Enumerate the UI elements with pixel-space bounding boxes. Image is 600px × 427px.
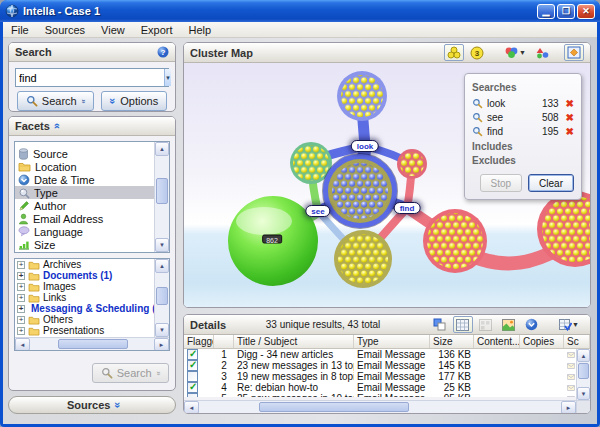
flag-checkbox[interactable]: [187, 360, 198, 371]
facet-tree-vscrollbar[interactable]: ▲ ▼: [154, 259, 169, 337]
facet-item-date-time[interactable]: Date & Time: [15, 173, 154, 186]
duplicates-icon[interactable]: [430, 316, 450, 333]
image-view-icon[interactable]: [499, 316, 519, 333]
tree-item-images[interactable]: +Images: [15, 281, 154, 292]
expander-icon[interactable]: +: [17, 272, 25, 280]
cluster-see-find-bottom[interactable]: [334, 230, 392, 288]
overview-toggle-icon[interactable]: [564, 44, 584, 61]
pill-find[interactable]: find: [394, 202, 421, 214]
remove-search-icon[interactable]: ✖: [566, 126, 574, 137]
tree-item-messaging[interactable]: +Messaging & Scheduling (4: [15, 303, 154, 314]
flag-checkbox[interactable]: [187, 382, 198, 393]
pill-see[interactable]: see: [305, 205, 330, 217]
shapes-icon[interactable]: [532, 44, 552, 61]
sources-bar[interactable]: Sources »: [8, 396, 176, 414]
expander-icon[interactable]: +: [17, 283, 25, 291]
combo-dropdown-button[interactable]: ▼: [164, 69, 171, 86]
close-button[interactable]: ✕: [577, 4, 595, 19]
collapse-icon[interactable]: [522, 316, 542, 333]
column-content[interactable]: Content... ▲: [474, 335, 520, 348]
resize-grip[interactable]: [576, 400, 590, 413]
search-button[interactable]: Search »: [17, 91, 94, 111]
tree-item-others[interactable]: +Others: [15, 314, 154, 325]
color-balls-menu-icon[interactable]: ▼: [501, 44, 529, 61]
search-input[interactable]: [16, 69, 164, 86]
facet-item-source[interactable]: Source: [15, 147, 154, 160]
expander-icon[interactable]: +: [17, 261, 25, 269]
title-bar[interactable]: Intella - Case 1 ▁ ❐ ✕: [0, 0, 600, 22]
column-copies[interactable]: Copies: [520, 335, 564, 348]
table-row[interactable]: 1 Digg - 34 new articles Email Message 1…: [184, 349, 576, 360]
scroll-left-arrow[interactable]: ◄: [15, 338, 30, 351]
facet-search-button[interactable]: Search »: [92, 363, 169, 383]
tree-item-archives[interactable]: +Archives: [15, 259, 154, 270]
scroll-right-arrow[interactable]: ►: [561, 401, 576, 414]
maximize-button[interactable]: ❐: [557, 4, 575, 19]
cluster-find-right[interactable]: [423, 209, 487, 273]
table-row[interactable]: 2 23 new messages in 13 top... Email Mes…: [184, 360, 576, 371]
scroll-up-arrow[interactable]: ▲: [577, 349, 590, 362]
minimize-button[interactable]: ▁: [537, 4, 555, 19]
facet-item-email-address[interactable]: Email Address: [15, 212, 154, 225]
numbered-ball-icon[interactable]: 3: [467, 44, 487, 61]
cluster-map-canvas[interactable]: look see find 862 Searches look 133 ✖ se…: [184, 63, 590, 308]
facet-item-type[interactable]: Type: [15, 186, 154, 199]
facet-item-location[interactable]: Location: [15, 160, 154, 173]
thumbnail-view-icon[interactable]: [476, 316, 496, 333]
facet-item-author[interactable]: Author: [15, 199, 154, 212]
scroll-down-arrow[interactable]: ▼: [577, 387, 590, 400]
facet-item-partial[interactable]: ▔▔▔ ▔▔: [15, 142, 154, 147]
expander-icon[interactable]: +: [17, 316, 25, 324]
remove-search-icon[interactable]: ✖: [566, 98, 574, 109]
cluster-balls-icon[interactable]: [444, 44, 464, 61]
collapse-chevron-icon[interactable]: »: [50, 123, 62, 129]
legend-row-find[interactable]: find 195 ✖: [472, 124, 574, 138]
cluster-look-find[interactable]: [397, 149, 427, 179]
table-row[interactable]: 4 Re: debian how-to Email Message 25 KB: [184, 382, 576, 393]
scroll-left-arrow[interactable]: ◄: [184, 401, 199, 414]
flag-checkbox[interactable]: [187, 393, 198, 397]
facet-list-scrollbar[interactable]: ▲ ▼: [154, 142, 169, 252]
facet-item-language[interactable]: Language: [15, 225, 154, 238]
menu-help[interactable]: Help: [181, 22, 220, 37]
stop-button[interactable]: Stop: [480, 174, 523, 192]
table-vscrollbar[interactable]: ▲ ▼: [576, 349, 590, 400]
tree-item-documents[interactable]: +Documents (1): [15, 270, 154, 281]
table-view-icon[interactable]: [453, 316, 473, 333]
scroll-up-arrow[interactable]: ▲: [155, 259, 169, 273]
cluster-look-only[interactable]: [337, 71, 387, 121]
expander-icon[interactable]: +: [17, 327, 25, 335]
flag-checkbox[interactable]: [187, 349, 198, 360]
scroll-down-arrow[interactable]: ▼: [155, 323, 169, 337]
scroll-up-arrow[interactable]: ▲: [155, 142, 169, 156]
column-sc[interactable]: Sc: [564, 335, 590, 348]
menu-sources[interactable]: Sources: [37, 22, 93, 37]
pill-look[interactable]: look: [351, 140, 379, 152]
column-flagged[interactable]: Flagged: [184, 335, 214, 348]
legend-row-see[interactable]: see 508 ✖: [472, 110, 574, 124]
expander-icon[interactable]: +: [17, 294, 25, 302]
options-button[interactable]: » Options: [101, 91, 167, 111]
tree-item-presentations[interactable]: +Presentations: [15, 325, 154, 336]
legend-row-look[interactable]: look 133 ✖: [472, 96, 574, 110]
table-hscrollbar[interactable]: ◄ ►: [184, 400, 576, 413]
column-title[interactable]: Title / Subject: [234, 335, 354, 348]
scroll-right-arrow[interactable]: ►: [154, 338, 169, 351]
facet-tree-hscrollbar[interactable]: ◄ ►: [15, 337, 169, 350]
menu-view[interactable]: View: [93, 22, 133, 37]
scroll-down-arrow[interactable]: ▼: [155, 238, 169, 252]
table-row[interactable]: 3 19 new messages in 8 topi... Email Mes…: [184, 371, 576, 382]
flag-checkbox[interactable]: [187, 371, 198, 382]
tree-item-links[interactable]: +Links: [15, 292, 154, 303]
table-row[interactable]: 5 25 new messages in 10 top... Email Mes…: [184, 393, 576, 397]
column-size[interactable]: Size: [430, 335, 474, 348]
menu-export[interactable]: Export: [133, 22, 181, 37]
column-type[interactable]: Type: [354, 335, 430, 348]
menu-file[interactable]: File: [3, 22, 37, 37]
column-number[interactable]: [214, 335, 234, 348]
columns-menu-icon[interactable]: ▼: [554, 316, 584, 333]
remove-search-icon[interactable]: ✖: [566, 112, 574, 123]
clear-button[interactable]: Clear: [528, 174, 574, 192]
facet-item-size[interactable]: Size: [15, 238, 154, 251]
help-icon[interactable]: ?: [157, 46, 169, 58]
